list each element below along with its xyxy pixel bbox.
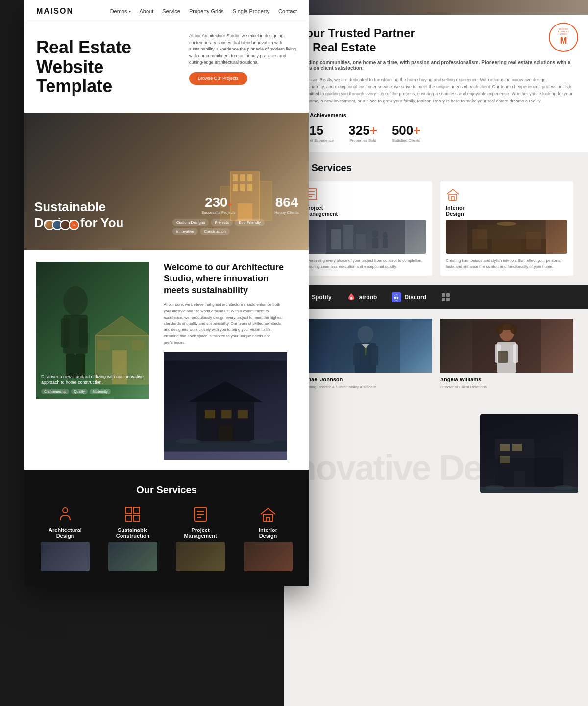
hero-image-overlay: SustainableDesign for You +4 xyxy=(34,200,124,235)
spotify-label: Spotify xyxy=(312,294,332,301)
svg-point-29 xyxy=(176,439,200,444)
badge-text: BECOMEADDRESSWHILE xyxy=(558,28,569,35)
ach-label-1: Properties Sold xyxy=(348,138,377,143)
hero-image: SustainableDesign for You +4 230+ Succes… xyxy=(24,113,309,250)
badge-letter: M xyxy=(560,36,567,46)
team-grid: Michael Johnson Marketing Director & Sus… xyxy=(299,319,573,390)
brand-discord: Discord xyxy=(392,292,426,302)
achievements-row: 15 Years of Experience 325+ Properties S… xyxy=(299,123,573,143)
svg-rect-95 xyxy=(500,456,510,463)
trusted-section: BECOMEADDRESSWHILE M Your Trusted Partne… xyxy=(284,15,588,152)
nav-contact[interactable]: Contact xyxy=(278,8,297,14)
home-icon xyxy=(446,187,460,201)
svg-rect-41 xyxy=(266,517,270,521)
pm-desc: Overseeing every phase of your project f… xyxy=(305,258,426,270)
logo: MAISON xyxy=(36,7,74,16)
svg-point-31 xyxy=(63,508,68,513)
svg-rect-25 xyxy=(221,410,232,418)
angela-photo xyxy=(440,319,573,373)
page-wrapper: MAISON Demos ▾ About Service Property Gr… xyxy=(0,0,588,706)
svg-rect-51 xyxy=(372,238,378,248)
hero-avatars: +4 xyxy=(44,220,79,230)
hero-sub-col: At our Architecture Studio, we excel in … xyxy=(189,33,297,85)
svg-rect-4 xyxy=(233,184,238,191)
right-top-strip xyxy=(284,0,588,15)
svg-rect-6 xyxy=(247,184,252,191)
svg-rect-26 xyxy=(238,410,248,418)
tag-eco: Eco-Friendly xyxy=(235,219,265,226)
angela-name: Angela Williams xyxy=(440,377,573,382)
nav-service[interactable]: Service xyxy=(162,8,180,14)
tag-innovative: Innovative xyxy=(172,228,198,235)
nav-demos[interactable]: Demos ▾ xyxy=(110,8,131,14)
svg-rect-5 xyxy=(240,184,245,191)
service-proj-name: ProjectManagement xyxy=(176,527,225,539)
clipboard-icon xyxy=(192,505,209,523)
discord-icon xyxy=(392,292,401,302)
pm-image xyxy=(305,220,426,254)
svg-point-52 xyxy=(383,232,388,239)
michael-role: Marketing Director & Sustainability Advo… xyxy=(299,384,432,390)
id-img-svg xyxy=(446,220,567,254)
arch-image-box: Discover a new standard of living with o… xyxy=(36,262,149,399)
pm-img-svg xyxy=(305,220,426,254)
service-card-pm: ProjectManagement xyxy=(299,181,432,276)
nav-about[interactable]: About xyxy=(140,8,154,14)
svg-point-99 xyxy=(554,485,573,490)
svg-rect-32 xyxy=(126,507,132,513)
navigation: MAISON Demos ▾ About Service Property Gr… xyxy=(24,0,309,23)
stat-num-projects: 230+ xyxy=(172,195,265,210)
id-image xyxy=(446,220,567,254)
achievement-properties: 325+ Properties Sold xyxy=(348,123,377,143)
arch-body: At our core, we believe that great archi… xyxy=(164,302,287,346)
svg-rect-71 xyxy=(446,298,450,301)
svg-rect-59 xyxy=(472,229,487,249)
airbnb-label: airbnb xyxy=(359,294,377,301)
browse-projects-button[interactable]: Browse Our Projects xyxy=(189,72,247,85)
svg-rect-94 xyxy=(512,444,522,451)
arch-section: Discover a new standard of living with o… xyxy=(24,250,309,470)
service-sust-name: SustainableConstruction xyxy=(108,527,157,539)
angela-svg xyxy=(440,319,573,373)
hero-tags: Custom Designs Projects Eco-Friendly Inn… xyxy=(172,219,265,235)
stat-num-clients: 864 xyxy=(274,195,299,210)
hero-subtext: At our Architecture Studio, we excel in … xyxy=(189,33,297,66)
angela-role: Director of Client Relations xyxy=(440,384,573,390)
tag-projects: Projects xyxy=(211,219,233,226)
right-panel: BECOMEADDRESSWHILE M Your Trusted Partne… xyxy=(284,0,588,706)
tag-quality: Quality xyxy=(71,389,88,394)
brand-unknown xyxy=(441,292,451,302)
trusted-badge: BECOMEADDRESSWHILE M xyxy=(549,23,578,52)
arch-right-content: Welcome to our Architecture Studio, wher… xyxy=(154,262,297,470)
tag-custom: Custom Designs xyxy=(172,219,209,226)
svg-rect-33 xyxy=(134,507,140,513)
svg-rect-54 xyxy=(449,194,457,200)
svg-rect-87 xyxy=(513,344,518,363)
arch-title: Welcome to our Architecture Studio, wher… xyxy=(164,262,287,296)
night-house-svg xyxy=(164,352,287,460)
svg-rect-53 xyxy=(383,239,388,248)
nav-property-grids[interactable]: Property Grids xyxy=(189,8,224,14)
svg-rect-24 xyxy=(205,410,215,418)
ach-num-2: 500+ xyxy=(392,123,421,138)
tag-modernity: Modernity xyxy=(90,389,111,394)
svg-point-98 xyxy=(485,485,505,490)
trusted-title: Your Trusted Partnerin Real Estate xyxy=(299,26,573,55)
svg-point-73 xyxy=(358,326,373,343)
service-int-name: InteriorDesign xyxy=(244,527,293,539)
tag-construction: Construction xyxy=(200,228,230,235)
team-section: Michael Johnson Marketing Director & Sus… xyxy=(284,309,588,404)
right-services-section: ur Services ProjectManagement xyxy=(284,152,588,285)
team-member-michael: Michael Johnson Marketing Director & Sus… xyxy=(299,319,432,390)
team-member-angela: Angela Williams Director of Client Relat… xyxy=(440,319,573,390)
innovative-wrapper: nnovative Des xyxy=(284,404,588,493)
chevron-down-icon: ▾ xyxy=(129,9,131,14)
nav-single-property[interactable]: Single Property xyxy=(233,8,270,14)
svg-rect-68 xyxy=(442,293,445,297)
innovative-text: nnovative Des xyxy=(284,448,501,488)
svg-rect-93 xyxy=(500,444,510,451)
innovative-section: nnovative Des xyxy=(284,404,588,498)
svg-rect-35 xyxy=(134,515,140,521)
id-desc: Creating harmonious and stylish interior… xyxy=(446,258,567,270)
svg-rect-65 xyxy=(392,292,401,302)
